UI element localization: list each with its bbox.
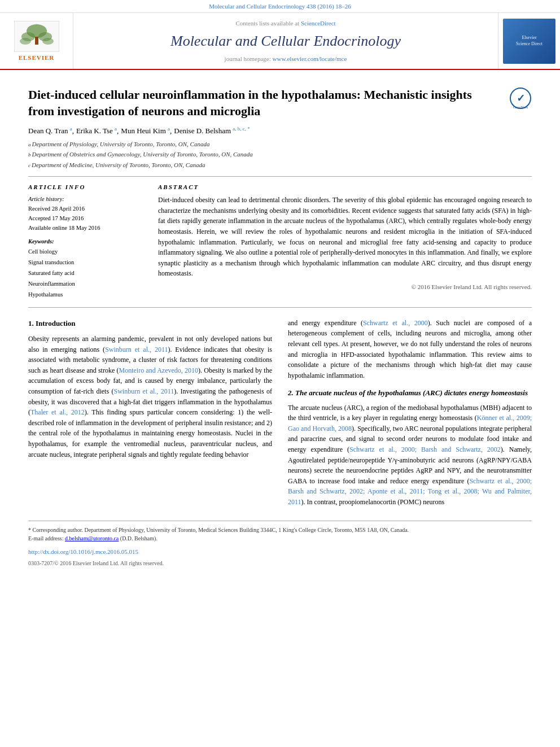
main-body: 1. Introduction Obesity represents an al…: [28, 318, 532, 512]
keyword-1: Cell biology: [28, 247, 141, 257]
affil-1: a Department of Physiology, University o…: [28, 139, 532, 149]
author-3: Mun Heui Kim a,: [121, 126, 172, 136]
left-col: 1. Introduction Obesity represents an al…: [28, 318, 272, 512]
ref-schwartz-2000b[interactable]: Schwartz et al., 2000; Barsh and Schwart…: [349, 445, 501, 453]
abstract-col: ABSTRACT Diet-induced obesity can lead t…: [158, 184, 532, 300]
ad-text: ElsevierScience Direct: [516, 35, 542, 47]
homepage-link[interactable]: www.elsevier.com/locate/mce: [273, 55, 347, 62]
svg-point-5: [20, 38, 31, 45]
paper-title-section: Diet-induced cellular neuroinflammation …: [28, 87, 532, 119]
affil-2: b Department of Obstetrics and Gynaecolo…: [28, 150, 532, 159]
section-2-heading: 2. The arcuate nucleus of the hypothalam…: [288, 387, 532, 399]
article-info-heading: ARTICLE INFO: [28, 184, 141, 190]
affil-3: c Department of Medicine, University of …: [28, 160, 532, 170]
keyword-5: Hypothalamus: [28, 290, 141, 300]
ref-schwartz-2000c[interactable]: Schwartz et al., 2000; Barsh and Schwart…: [288, 477, 532, 506]
journal-title: Molecular and Cellular Endocrinology: [170, 32, 401, 50]
ref-monteiro-2010[interactable]: Monteiro and Azevedo, 2010: [119, 366, 198, 374]
keywords-section: Keywords: Cell biology Signal transducti…: [28, 238, 141, 300]
author-2: Erika K. Tse a,: [76, 126, 119, 136]
ad-banner: ElsevierScience Direct: [503, 19, 555, 64]
journal-homepage: journal homepage: www.elsevier.com/locat…: [225, 55, 347, 62]
journal-ref-bar: Molecular and Cellular Endocrinology 438…: [0, 0, 560, 13]
affil-1-text: Department of Physiology, University of …: [32, 139, 210, 149]
sciencedirect-link[interactable]: ScienceDirect: [301, 20, 336, 27]
corresponding-author: * Corresponding author. Department of Ph…: [28, 526, 532, 534]
doi-link[interactable]: http://dx.doi.org/10.1016/j.mce.2016.05.…: [28, 548, 138, 555]
elsevier-tree-icon: [14, 21, 59, 52]
section-1-num: 1.: [28, 319, 34, 327]
available-date: Available online 18 May 2016: [28, 224, 141, 233]
crossmark-icon: ✓ CrossMark: [509, 87, 532, 110]
affil-2-sup: b: [28, 151, 31, 159]
paper-title: Diet-induced cellular neuroinflammation …: [28, 87, 501, 119]
email-label: E-mail address:: [28, 535, 63, 541]
journal-title-area: Contents lists available at ScienceDirec…: [73, 13, 498, 69]
author-2-sup: a: [115, 126, 117, 132]
elsevier-logo-container: ELSEVIER: [0, 13, 73, 69]
article-info-abstract: ARTICLE INFO Article history: Received 2…: [28, 184, 532, 300]
copyright-line: © 2016 Elsevier Ireland Ltd. All rights …: [158, 283, 532, 290]
section-2-paragraph: The arcuate nucleus (ARC), a region of t…: [288, 403, 532, 508]
authors-line: Dean Q. Tran a, Erika K. Tse a, Mun Heui…: [28, 126, 532, 136]
section-1-title: Introduction: [36, 319, 76, 327]
author-1: Dean Q. Tran a,: [28, 126, 74, 136]
intro-cont-paragraph: and energy expenditure (Schwartz et al.,…: [288, 318, 532, 381]
divider-1: [28, 176, 532, 177]
affil-1-sup: a: [28, 141, 31, 149]
divider-2: [28, 307, 532, 308]
intro-paragraph: Obesity represents an alarming pandemic,…: [28, 334, 272, 460]
paper-content: Diet-induced cellular neuroinflammation …: [0, 70, 560, 579]
affiliations-block: a Department of Physiology, University o…: [28, 139, 532, 170]
section-2-text: 2. The arcuate nucleus of the hypothalam…: [288, 388, 528, 397]
elsevier-brand: ELSEVIER: [19, 54, 55, 61]
affil-3-text: Department of Medicine, University of To…: [32, 160, 205, 170]
ref-swinburn-2011[interactable]: Swinburn et al., 2011: [105, 346, 168, 353]
author-3-sup: a: [168, 126, 170, 132]
footnote-section: * Corresponding author. Department of Ph…: [28, 521, 532, 567]
svg-rect-4: [35, 37, 38, 45]
journal-header: ELSEVIER Contents lists available at Sci…: [0, 13, 560, 70]
affil-3-sup: c: [28, 162, 30, 170]
article-history-label: Article history:: [28, 195, 141, 204]
email-line: E-mail address: d.belsham@utoronto.ca (D…: [28, 534, 532, 543]
keyword-3: Saturated fatty acid: [28, 268, 141, 279]
author-4: Denise D. Belsham a, b, c, *: [174, 126, 250, 136]
ref-konner-2009[interactable]: Könner et al., 2009; Gao and Horvath, 20…: [288, 414, 532, 433]
abstract-text: Diet-induced obesity can lead to detrime…: [158, 195, 532, 279]
sciencedirect-notice: Contents lists available at ScienceDirec…: [235, 20, 335, 27]
keywords-heading: Keywords:: [28, 238, 141, 244]
issn-line: 0303-7207/© 2016 Elsevier Ireland Ltd. A…: [28, 559, 532, 567]
author-1-sup: a: [70, 126, 72, 132]
accepted-date: Accepted 17 May 2016: [28, 214, 141, 224]
right-col: and energy expenditure (Schwartz et al.,…: [288, 318, 532, 512]
email-link[interactable]: d.belsham@utoronto.ca: [65, 535, 119, 541]
email-name: (D.D. Belsham).: [120, 535, 158, 541]
ref-schwartz-2000[interactable]: Schwartz et al., 2000: [363, 319, 428, 327]
abstract-heading: ABSTRACT: [158, 184, 532, 190]
doi-line: http://dx.doi.org/10.1016/j.mce.2016.05.…: [28, 547, 532, 557]
article-info-col: ARTICLE INFO Article history: Received 2…: [28, 184, 141, 300]
affil-2-text: Department of Obstetrics and Gynaecology…: [32, 150, 253, 159]
received-date: Received 28 April 2016: [28, 204, 141, 214]
ref-swinburn-2011b[interactable]: Swinburn et al., 2011: [114, 387, 174, 395]
ad-container: ElsevierScience Direct: [498, 13, 560, 69]
section-1-heading: 1. Introduction: [28, 318, 272, 329]
svg-text:✓: ✓: [517, 93, 525, 104]
journal-ref-text: Molecular and Cellular Endocrinology 438…: [209, 3, 351, 10]
keyword-4: Neuroinflammation: [28, 279, 141, 290]
keyword-2: Signal transduction: [28, 257, 141, 268]
author-4-sup: a, b, c, *: [233, 126, 250, 132]
elsevier-logo: ELSEVIER: [14, 21, 59, 61]
svg-text:CrossMark: CrossMark: [513, 106, 528, 109]
ref-thaler-2012[interactable]: Thaler et al., 2012: [30, 408, 85, 416]
article-dates: Article history: Received 28 April 2016 …: [28, 195, 141, 233]
keywords-list: Cell biology Signal transduction Saturat…: [28, 247, 141, 300]
svg-point-6: [42, 38, 54, 45]
